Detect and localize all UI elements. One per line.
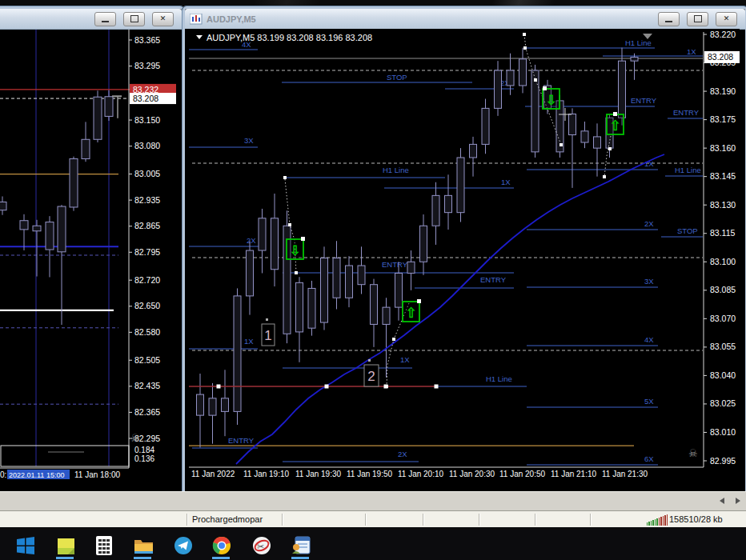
- buy-signal-icon[interactable]: ⇧: [607, 112, 624, 134]
- statusbar-separator: [365, 514, 366, 526]
- scroll-left-icon[interactable]: [720, 498, 724, 504]
- main-window-titlebar[interactable]: AUDJPY,M5 ✕: [185, 9, 745, 30]
- maximize-icon[interactable]: [123, 12, 145, 26]
- candle: [197, 394, 204, 415]
- trendline-dot: [534, 78, 537, 82]
- trendline-dot: [295, 271, 298, 274]
- svg-text:83.220: 83.220: [710, 30, 736, 39]
- candle: [482, 108, 489, 144]
- calculator-button[interactable]: [94, 535, 114, 556]
- left-window-titlebar[interactable]: ✕: [0, 9, 182, 30]
- skull-icon: ☠: [688, 447, 698, 459]
- scheduler-app-icon: [291, 536, 311, 555]
- indicator-value: 0.136: [134, 454, 154, 463]
- trendline-dot: [603, 175, 606, 178]
- sell-signal-icon[interactable]: ⇩: [287, 237, 305, 259]
- candle: [395, 273, 403, 307]
- sticky-notes-button[interactable]: [55, 535, 76, 556]
- skull-icon: ☠: [130, 432, 140, 444]
- annotation-label: 5X: [644, 397, 654, 406]
- svg-text:11 Jan 21:30: 11 Jan 21:30: [602, 470, 648, 478]
- windows-start-button[interactable]: [15, 535, 36, 556]
- annotation-label: ENTRY: [631, 96, 657, 105]
- number-label-1[interactable]: 1: [262, 318, 275, 346]
- statusbar-separator: [590, 514, 591, 526]
- candle: [308, 288, 315, 328]
- candle: [259, 218, 266, 250]
- window-title: AUDJPY,M5: [207, 14, 256, 24]
- svg-text:83.080: 83.080: [134, 141, 160, 150]
- time-label: 0:: [0, 470, 6, 479]
- candle: [470, 144, 477, 158]
- svg-text:11 Jan 19:30: 11 Jan 19:30: [295, 470, 342, 478]
- minimize-icon[interactable]: [658, 12, 680, 26]
- number-label-2[interactable]: 2: [364, 359, 379, 386]
- svg-text:11 Jan 19:10: 11 Jan 19:10: [243, 470, 290, 478]
- close-icon[interactable]: ✕: [716, 12, 737, 26]
- time-scale: 11 Jan 202211 Jan 19:1011 Jan 19:3011 Ja…: [191, 470, 648, 478]
- svg-text:83.160: 83.160: [710, 143, 736, 153]
- open-app-indicator: [212, 557, 230, 559]
- left-chart-canvas[interactable]: 83.36583.29583.15083.08083.00582.93582.8…: [0, 30, 178, 482]
- svg-text:11 Jan 2022: 11 Jan 2022: [191, 470, 235, 478]
- file-explorer-button[interactable]: [133, 535, 154, 556]
- close-icon[interactable]: ✕: [152, 12, 174, 26]
- svg-text:82.435: 82.435: [134, 381, 160, 390]
- price-scale: 83.36583.29583.15083.08083.00582.93582.8…: [129, 35, 176, 443]
- candle: [33, 226, 41, 231]
- candle: [371, 285, 378, 325]
- main-chart-canvas[interactable]: 4XSTOP2X1XH1 LineENTRYENTRY3XH1 Line1X1X…: [185, 29, 740, 488]
- candle: [519, 59, 527, 86]
- svg-text:⇩: ⇩: [289, 243, 300, 258]
- candle: [105, 97, 113, 117]
- candle: [247, 250, 254, 296]
- trendline-dot: [385, 385, 388, 388]
- annotation-label: 2X: [644, 219, 654, 228]
- telegram-button[interactable]: [173, 535, 194, 556]
- annotation-label: 3X: [244, 136, 254, 145]
- h1-trendline[interactable]: [189, 385, 439, 389]
- chrome-button[interactable]: [211, 535, 232, 556]
- indicator-value: 0.184: [134, 446, 154, 454]
- svg-text:83.175: 83.175: [710, 114, 736, 124]
- candle: [20, 221, 28, 230]
- symbol-ohlc-readout: AUDJPY,M5 83.199 83.208 83.196 83.208: [207, 33, 372, 42]
- candle: [234, 296, 241, 412]
- scroll-right-icon[interactable]: [736, 498, 740, 504]
- trendline-dot: [608, 147, 612, 150]
- calculator-icon: [96, 536, 112, 555]
- annotation-label: STOP: [387, 73, 407, 82]
- annotation-label: 1X: [400, 355, 410, 364]
- candle: [358, 266, 365, 285]
- svg-text:83.295: 83.295: [134, 61, 160, 70]
- svg-text:⇧: ⇧: [405, 306, 416, 321]
- annotation-label: H1 Line: [486, 374, 512, 383]
- statusbar-separator: [282, 514, 283, 526]
- svg-text:83.115: 83.115: [710, 228, 735, 238]
- account-name: Prochargedmopar: [192, 514, 263, 524]
- svg-text:83.130: 83.130: [710, 200, 736, 210]
- maximize-icon[interactable]: [687, 12, 708, 26]
- svg-text:83.055: 83.055: [710, 342, 736, 351]
- sell-signal-icon[interactable]: ⇩: [543, 86, 560, 109]
- candle: [631, 57, 638, 61]
- trendline-dot: [288, 223, 291, 226]
- annotation-label: 2X: [398, 450, 407, 458]
- chart-scroll-band: [0, 491, 746, 511]
- minimize-icon[interactable]: [94, 12, 116, 26]
- price-scale: 83.22083.20583.19083.17583.16083.14583.1…: [704, 30, 740, 466]
- candle: [58, 206, 66, 252]
- annotation-label: ENTRY: [480, 275, 507, 284]
- buy-signal-icon[interactable]: ⇧: [403, 299, 421, 322]
- candle: [271, 218, 279, 270]
- connection-signal-icon: [647, 514, 668, 526]
- trendline-handle: [217, 385, 221, 389]
- indicator-subwindow: [1, 446, 129, 466]
- svg-text:82.365: 82.365: [134, 407, 160, 417]
- candle: [407, 262, 415, 273]
- scheduler-app-button[interactable]: [291, 535, 311, 556]
- candle: [383, 307, 390, 324]
- snipping-tool-button[interactable]: ✂: [251, 535, 272, 556]
- windows-logo-icon: [17, 537, 34, 554]
- trendline-dot: [560, 143, 563, 146]
